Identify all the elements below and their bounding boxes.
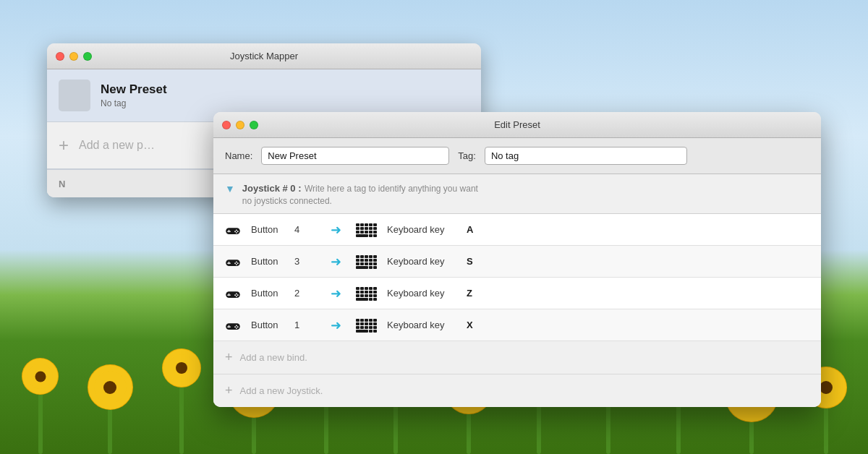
gamepad-icon xyxy=(225,253,241,270)
close-button[interactable] xyxy=(222,121,231,129)
svg-rect-16 xyxy=(227,294,231,295)
preset-icon xyxy=(59,80,90,111)
key-value: S xyxy=(467,256,473,267)
bind-button-label: Button xyxy=(251,256,294,267)
bind-button-label: Button xyxy=(251,320,294,330)
svg-point-6 xyxy=(236,232,237,234)
keyboard-icon xyxy=(356,317,377,333)
svg-point-5 xyxy=(234,231,236,232)
joystick-section: ▼ Joystick # 0 : Write here a tag to ide… xyxy=(213,174,821,407)
bind-button-label: Button xyxy=(251,288,294,299)
maximize-button[interactable] xyxy=(83,52,92,61)
svg-point-24 xyxy=(236,325,237,326)
gamepad-icon xyxy=(225,221,241,238)
joystick-header: ▼ Joystick # 0 : Write here a tag to ide… xyxy=(213,174,821,214)
minimize-button[interactable] xyxy=(69,52,78,61)
arrow-icon: ➜ xyxy=(331,286,341,301)
keyboard-icon xyxy=(356,222,377,237)
svg-point-11 xyxy=(237,262,239,264)
preset-info: New Preset No tag xyxy=(101,82,167,108)
svg-point-12 xyxy=(234,262,236,264)
traffic-lights xyxy=(222,121,258,129)
svg-point-17 xyxy=(236,293,237,294)
joystick-hint: Write here a tag to identify anything yo… xyxy=(305,184,478,194)
bind-row[interactable]: Button 4 ➜ Keyboard key A xyxy=(213,214,821,246)
add-bind-plus-icon: + xyxy=(225,350,233,365)
name-tag-row: Name: Tag: xyxy=(213,138,821,174)
svg-point-3 xyxy=(236,229,237,231)
maximize-button[interactable] xyxy=(250,121,258,129)
bind-row[interactable]: Button 3 ➜ Keyboard key S xyxy=(213,246,821,278)
key-type: Keyboard key xyxy=(387,224,467,235)
key-value: Z xyxy=(467,288,472,299)
close-button[interactable] xyxy=(56,52,64,61)
svg-point-25 xyxy=(237,326,239,327)
edit-window-titlebar: Edit Preset xyxy=(213,112,821,138)
footer-letter: N xyxy=(59,179,65,189)
svg-point-19 xyxy=(234,294,236,296)
traffic-lights xyxy=(56,52,92,61)
add-joystick-row[interactable]: + Add a new Joystick. xyxy=(213,374,821,407)
svg-rect-2 xyxy=(227,231,231,231)
bind-button-label: Button xyxy=(251,224,294,235)
edit-preset-window: Edit Preset Name: Tag: ▼ Joystick # 0 : … xyxy=(213,112,821,407)
key-type: Keyboard key xyxy=(387,320,467,330)
window-title: Joystick Mapper xyxy=(230,51,298,61)
preset-tag: No tag xyxy=(101,98,167,108)
svg-rect-9 xyxy=(227,262,231,263)
bind-button-num: 1 xyxy=(294,320,316,330)
tag-input[interactable] xyxy=(485,147,687,165)
edit-window-title: Edit Preset xyxy=(494,119,540,130)
add-joystick-plus-icon: + xyxy=(225,383,233,398)
svg-point-10 xyxy=(236,261,237,262)
flower xyxy=(27,364,53,454)
window-titlebar: Joystick Mapper xyxy=(47,43,481,69)
name-input[interactable] xyxy=(261,147,449,165)
bind-button-num: 4 xyxy=(294,224,316,235)
add-bind-row[interactable]: + Add a new bind. xyxy=(213,341,821,374)
minimize-button[interactable] xyxy=(236,121,244,129)
svg-point-4 xyxy=(237,231,239,232)
joystick-title: Joystick # 0 : xyxy=(242,183,302,194)
add-preset-plus-icon: + xyxy=(59,135,69,155)
keyboard-icon xyxy=(356,286,377,301)
flower xyxy=(94,371,127,454)
arrow-icon: ➜ xyxy=(331,222,341,238)
key-value: X xyxy=(467,320,473,330)
bind-row[interactable]: Button 2 ➜ Keyboard key Z xyxy=(213,278,821,309)
preset-name: New Preset xyxy=(101,82,167,97)
svg-point-20 xyxy=(236,296,237,297)
bind-button-num: 2 xyxy=(294,288,316,299)
key-value: A xyxy=(467,224,473,235)
gamepad-icon xyxy=(225,285,241,301)
tag-label: Tag: xyxy=(458,150,476,161)
key-type: Keyboard key xyxy=(387,288,467,299)
bind-row[interactable]: Button 1 ➜ Keyboard key X xyxy=(213,309,821,341)
svg-point-13 xyxy=(236,264,237,265)
arrow-icon: ➜ xyxy=(331,317,341,333)
gamepad-icon xyxy=(225,317,241,333)
chevron-down-icon[interactable]: ▼ xyxy=(225,183,235,194)
joystick-info: Joystick # 0 : Write here a tag to ident… xyxy=(242,181,478,206)
svg-point-26 xyxy=(234,326,236,327)
svg-point-18 xyxy=(237,294,239,296)
arrow-icon: ➜ xyxy=(331,254,341,270)
keyboard-icon xyxy=(356,254,377,269)
key-type: Keyboard key xyxy=(387,256,467,267)
joystick-hint2: no joysticks connected. xyxy=(242,196,478,206)
add-preset-label: Add a new p… xyxy=(79,139,155,152)
add-joystick-label: Add a new Joystick. xyxy=(240,385,323,396)
add-bind-label: Add a new bind. xyxy=(240,352,307,363)
bind-button-num: 3 xyxy=(294,256,316,267)
name-label: Name: xyxy=(225,150,252,161)
svg-point-27 xyxy=(236,327,237,329)
svg-rect-23 xyxy=(227,326,231,327)
flower xyxy=(168,354,195,454)
